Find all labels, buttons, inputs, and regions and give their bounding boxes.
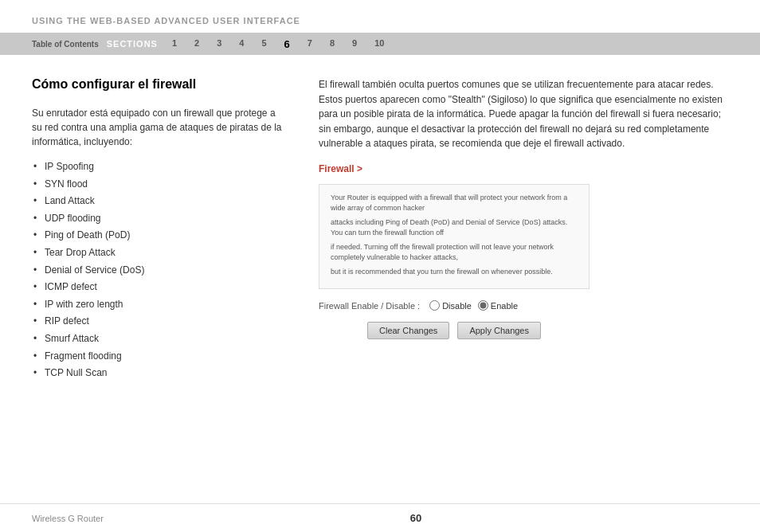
right-column: El firewall también oculta puertos comun… [319, 77, 728, 491]
list-item: UDP flooding [32, 210, 287, 228]
enable-radio[interactable] [478, 300, 488, 311]
radio-group: Disable Enable [429, 300, 518, 311]
nav-num-5[interactable]: 5 [261, 38, 266, 50]
list-item: SYN flood [32, 176, 287, 194]
nav-num-1[interactable]: 1 [172, 38, 177, 50]
toc-label: Table of Contents [32, 40, 99, 49]
screenshot-line-2: attacks including Ping of Death (PoD) an… [331, 217, 578, 239]
list-item: ICMP defect [32, 279, 287, 296]
firewall-link[interactable]: Firewall [319, 163, 362, 174]
nav-num-3[interactable]: 3 [217, 38, 221, 50]
screenshot-line-4: but it is recommended that you turn the … [331, 267, 578, 278]
nav-num-7[interactable]: 7 [308, 38, 312, 50]
page-header: USING THE WEB-BASED ADVANCED USER INTERF… [0, 0, 760, 33]
intro-text: Su enrutador está equipado con un firewa… [32, 106, 287, 149]
list-item-smurf: Smurf Attack [32, 331, 287, 348]
buttons-row: Clear Changes Apply Changes [319, 322, 590, 339]
left-column: Cómo configurar el firewall Su enrutador… [32, 77, 287, 491]
device-label: Wireless G Router [32, 514, 104, 523]
list-item: Fragment flooding [32, 348, 287, 366]
nav-num-2[interactable]: 2 [194, 38, 199, 50]
main-content: Cómo configurar el firewall Su enrutador… [0, 55, 760, 507]
header-title: USING THE WEB-BASED ADVANCED USER INTERF… [32, 16, 300, 25]
firewall-control-row: Firewall Enable / Disable : Disable Enab… [319, 300, 590, 311]
enable-option[interactable]: Enable [478, 300, 518, 311]
nav-num-8[interactable]: 8 [330, 38, 335, 50]
clear-changes-button[interactable]: Clear Changes [367, 322, 449, 339]
list-item: Land Attack [32, 193, 287, 210]
apply-changes-button[interactable]: Apply Changes [457, 322, 541, 339]
list-item: RIP defect [32, 313, 287, 331]
list-item: Ping of Death (PoD) [32, 227, 287, 244]
list-item: TCP Null Scan [32, 365, 287, 382]
list-item: IP with zero length [32, 296, 287, 314]
list-item: IP Spoofing [32, 158, 287, 176]
nav-num-4[interactable]: 4 [239, 38, 244, 50]
disable-label: Disable [442, 301, 472, 311]
enable-label: Enable [491, 301, 518, 311]
attack-list: IP Spoofing SYN flood Land Attack UDP fl… [32, 158, 287, 382]
disable-radio[interactable] [429, 300, 440, 311]
nav-num-6[interactable]: 6 [284, 38, 290, 50]
firewall-control-label: Firewall Enable / Disable : [319, 301, 420, 311]
nav-num-10[interactable]: 10 [374, 38, 384, 50]
screenshot-preview: Your Router is equipped with a firewall … [319, 184, 590, 290]
disable-option[interactable]: Disable [429, 300, 472, 311]
screenshot-line-1: Your Router is equipped with a firewall … [331, 193, 578, 214]
nav-num-9[interactable]: 9 [352, 38, 357, 50]
nav-numbers: 1 2 3 4 5 6 7 8 9 10 [172, 38, 728, 50]
page-number: 60 [410, 512, 421, 524]
nav-bar: Table of Contents SECTIONS 1 2 3 4 5 6 7… [0, 33, 760, 55]
list-item: Tear Drop Attack [32, 244, 287, 262]
screenshot-line-3: if needed. Turning off the firewall prot… [331, 242, 578, 264]
right-paragraph: El firewall también oculta puertos comun… [319, 77, 728, 151]
sections-label: SECTIONS [107, 39, 158, 49]
section-title: Cómo configurar el firewall [32, 77, 287, 92]
list-item: Denial of Service (DoS) [32, 262, 287, 280]
page-footer: Wireless G Router 60 [0, 503, 760, 532]
